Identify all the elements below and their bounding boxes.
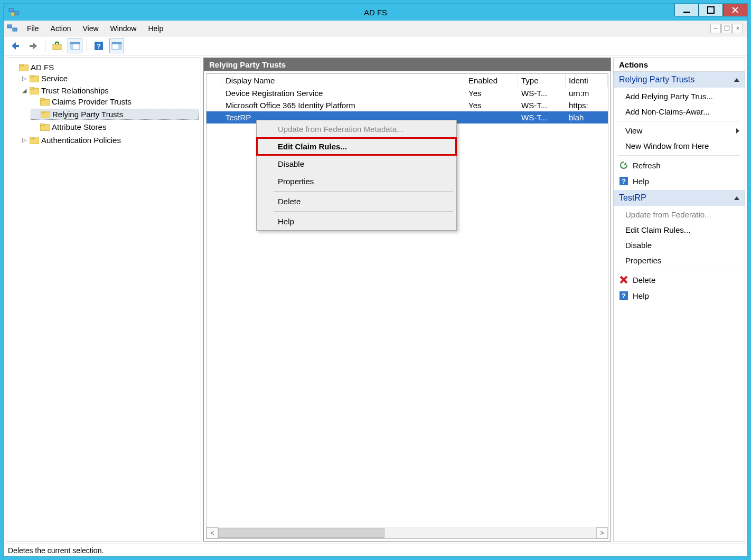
scroll-thumb[interactable] (218, 528, 384, 538)
tree-relying-party-trusts[interactable]: Relying Party Trusts (31, 109, 199, 120)
menu-action[interactable]: Action (45, 22, 77, 35)
menubar: File Action View Window Help – ❐ × (4, 21, 747, 36)
svg-rect-3 (683, 12, 690, 13)
show-hide-tree-button[interactable] (68, 39, 82, 53)
scroll-left-button[interactable]: < (206, 527, 218, 538)
cell-enabled: Yes (465, 87, 518, 99)
horizontal-scrollbar[interactable]: < > (206, 527, 608, 538)
action-delete[interactable]: Delete (614, 272, 745, 288)
app-icon (8, 6, 20, 18)
action-add-relying-party-trust[interactable]: Add Relying Party Trus... (614, 89, 745, 104)
tree-authentication-policies[interactable]: ▷ Authentication Policies (20, 135, 199, 145)
show-hide-actions-button[interactable] (109, 39, 124, 53)
menu-window[interactable]: Window (105, 22, 142, 35)
console-tree[interactable]: AD FS ▷ Service ◢ (6, 58, 201, 542)
help-button[interactable]: ? (91, 39, 106, 53)
actions-section-testrp[interactable]: TestRP (614, 190, 745, 206)
folder-icon (30, 137, 39, 144)
mdi-close-button[interactable]: × (733, 24, 743, 33)
ctx-help[interactable]: Help (257, 213, 456, 230)
col-type[interactable]: Type (518, 74, 566, 87)
svg-rect-11 (70, 42, 80, 44)
tree-label: Trust Relationships (41, 86, 109, 95)
cell-enabled: Yes (465, 99, 518, 111)
action-refresh[interactable]: Refresh (614, 157, 745, 173)
tree-trust-relationships[interactable]: ◢ Trust Relationships (20, 86, 199, 96)
mdi-minimize-button[interactable]: – (710, 24, 721, 33)
folder-icon (40, 98, 50, 106)
svg-rect-12 (70, 44, 73, 50)
actions-section-rpt[interactable]: Relying Party Trusts (614, 72, 745, 88)
action-new-window[interactable]: New Window from Here (614, 138, 745, 154)
tree-root-adfs[interactable]: AD FS (10, 62, 199, 72)
cell-name: Device Registration Service (222, 87, 465, 99)
up-folder-button[interactable] (50, 39, 64, 53)
folder-icon (30, 87, 39, 94)
ctx-separator (274, 191, 453, 192)
menu-view[interactable]: View (77, 22, 104, 35)
ctx-delete[interactable]: Delete (257, 193, 456, 210)
expand-icon[interactable]: ▷ (21, 137, 27, 144)
col-display-name[interactable]: Display Name (222, 74, 465, 87)
action-view[interactable]: View (614, 123, 745, 138)
action-add-non-claims-aware[interactable]: Add Non-Claims-Awar... (614, 104, 745, 119)
action-disable[interactable]: Disable (614, 238, 745, 253)
mmc-icon (7, 23, 17, 34)
column-headers[interactable]: Display Name Enabled Type Identi (206, 74, 608, 87)
svg-rect-6 (13, 28, 17, 31)
ctx-edit-claim-rules[interactable]: Edit Claim Rules... (257, 138, 456, 155)
maximize-button[interactable] (699, 4, 723, 16)
col-icon[interactable] (206, 74, 222, 87)
tree-service[interactable]: ▷ Service (20, 73, 199, 83)
tree-label: Authentication Policies (41, 136, 121, 145)
collapse-icon[interactable]: ◢ (21, 87, 27, 94)
tree-label: Attribute Stores (52, 122, 106, 131)
col-identifier[interactable]: Identi (566, 74, 608, 87)
actions-section-label: TestRP (619, 193, 646, 203)
svg-rect-21 (30, 75, 34, 77)
actions-title: Actions (614, 58, 745, 72)
minimize-button[interactable] (674, 4, 699, 16)
action-update-from-federation: Update from Federatio... (614, 207, 745, 222)
action-properties[interactable]: Properties (614, 253, 745, 268)
menu-file[interactable]: File (22, 22, 44, 35)
svg-rect-2 (11, 13, 14, 16)
mdi-restore-button[interactable]: ❐ (721, 24, 732, 33)
svg-rect-4 (708, 7, 714, 13)
ctx-disable[interactable]: Disable (257, 155, 456, 173)
list-row[interactable]: Microsoft Office 365 Identity Platform Y… (206, 99, 608, 111)
ctx-properties[interactable]: Properties (257, 173, 456, 190)
scroll-right-button[interactable]: > (596, 527, 608, 538)
expand-icon[interactable]: ▷ (21, 75, 27, 82)
folder-icon (40, 124, 50, 131)
close-button[interactable] (723, 4, 747, 16)
collapse-icon[interactable] (734, 196, 739, 200)
collapse-icon[interactable] (734, 78, 739, 82)
actions-separator (618, 121, 740, 121)
details-header: Relying Party Trusts (204, 58, 611, 71)
menu-help[interactable]: Help (143, 22, 168, 35)
back-button[interactable] (8, 39, 23, 53)
tree-attribute-stores[interactable]: Attribute Stores (31, 122, 199, 132)
titlebar: AD FS (4, 4, 747, 21)
action-help[interactable]: ? Help (614, 288, 745, 303)
action-edit-claim-rules[interactable]: Edit Claim Rules... (614, 222, 745, 238)
list-row[interactable]: Device Registration Service Yes WS-T... … (206, 87, 608, 99)
tree-claims-provider-trusts[interactable]: Claims Provider Trusts (31, 97, 199, 107)
tree-label: Relying Party Trusts (52, 110, 123, 119)
help-icon: ? (619, 176, 628, 186)
cell-ident: blah (566, 111, 608, 124)
context-menu[interactable]: Update from Federation Metadata... Edit … (256, 120, 457, 231)
forward-button[interactable] (26, 39, 41, 53)
svg-rect-19 (19, 64, 23, 66)
svg-rect-25 (40, 98, 44, 100)
scroll-track[interactable] (218, 527, 596, 538)
folder-icon (19, 64, 29, 71)
status-bar: Deletes the current selection. (4, 544, 747, 556)
toolbar: ? (4, 36, 747, 55)
svg-text:?: ? (97, 42, 101, 50)
cell-enabled (465, 111, 518, 124)
cell-name: Microsoft Office 365 Identity Platform (222, 99, 465, 111)
col-enabled[interactable]: Enabled (465, 74, 518, 87)
action-help[interactable]: ? Help (614, 173, 745, 189)
